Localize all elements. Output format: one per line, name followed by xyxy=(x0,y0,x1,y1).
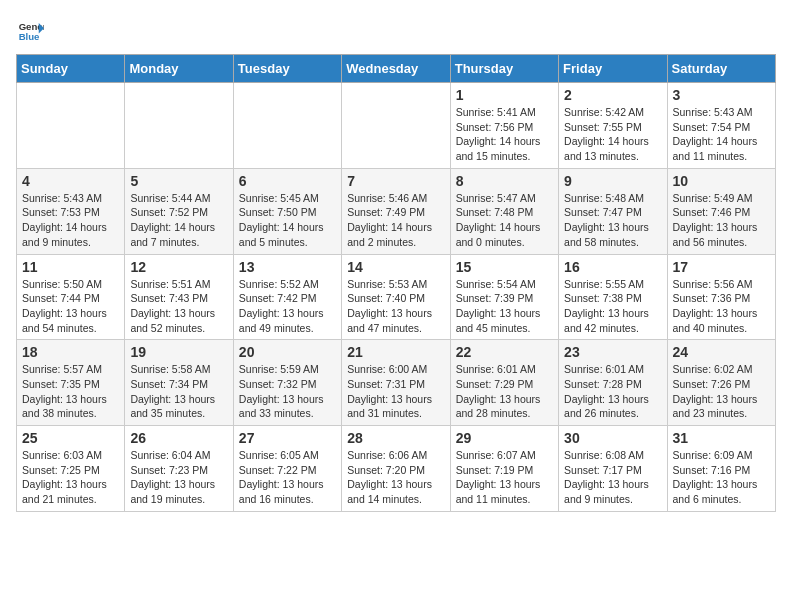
day-number: 17 xyxy=(673,259,770,275)
calendar-cell xyxy=(17,83,125,169)
day-number: 6 xyxy=(239,173,336,189)
day-header-sunday: Sunday xyxy=(17,55,125,83)
calendar-cell: 25Sunrise: 6:03 AMSunset: 7:25 PMDayligh… xyxy=(17,426,125,512)
day-number: 9 xyxy=(564,173,661,189)
calendar-week-3: 11Sunrise: 5:50 AMSunset: 7:44 PMDayligh… xyxy=(17,254,776,340)
calendar-cell: 6Sunrise: 5:45 AMSunset: 7:50 PMDaylight… xyxy=(233,168,341,254)
calendar-cell: 28Sunrise: 6:06 AMSunset: 7:20 PMDayligh… xyxy=(342,426,450,512)
day-header-friday: Friday xyxy=(559,55,667,83)
calendar-body: 1Sunrise: 5:41 AMSunset: 7:56 PMDaylight… xyxy=(17,83,776,512)
day-info: Sunrise: 6:08 AMSunset: 7:17 PMDaylight:… xyxy=(564,448,661,507)
day-header-saturday: Saturday xyxy=(667,55,775,83)
day-info: Sunrise: 6:06 AMSunset: 7:20 PMDaylight:… xyxy=(347,448,444,507)
day-info: Sunrise: 5:43 AMSunset: 7:53 PMDaylight:… xyxy=(22,191,119,250)
calendar-cell: 30Sunrise: 6:08 AMSunset: 7:17 PMDayligh… xyxy=(559,426,667,512)
day-number: 20 xyxy=(239,344,336,360)
day-number: 4 xyxy=(22,173,119,189)
day-info: Sunrise: 5:59 AMSunset: 7:32 PMDaylight:… xyxy=(239,362,336,421)
calendar-cell xyxy=(233,83,341,169)
day-header-monday: Monday xyxy=(125,55,233,83)
day-info: Sunrise: 5:56 AMSunset: 7:36 PMDaylight:… xyxy=(673,277,770,336)
day-info: Sunrise: 5:55 AMSunset: 7:38 PMDaylight:… xyxy=(564,277,661,336)
day-info: Sunrise: 5:47 AMSunset: 7:48 PMDaylight:… xyxy=(456,191,553,250)
day-header-thursday: Thursday xyxy=(450,55,558,83)
day-info: Sunrise: 6:01 AMSunset: 7:28 PMDaylight:… xyxy=(564,362,661,421)
day-number: 15 xyxy=(456,259,553,275)
calendar-cell: 21Sunrise: 6:00 AMSunset: 7:31 PMDayligh… xyxy=(342,340,450,426)
day-number: 26 xyxy=(130,430,227,446)
calendar-cell: 10Sunrise: 5:49 AMSunset: 7:46 PMDayligh… xyxy=(667,168,775,254)
calendar-cell: 24Sunrise: 6:02 AMSunset: 7:26 PMDayligh… xyxy=(667,340,775,426)
day-number: 23 xyxy=(564,344,661,360)
day-number: 21 xyxy=(347,344,444,360)
calendar-cell: 26Sunrise: 6:04 AMSunset: 7:23 PMDayligh… xyxy=(125,426,233,512)
calendar-cell: 11Sunrise: 5:50 AMSunset: 7:44 PMDayligh… xyxy=(17,254,125,340)
day-info: Sunrise: 6:07 AMSunset: 7:19 PMDaylight:… xyxy=(456,448,553,507)
calendar-cell: 20Sunrise: 5:59 AMSunset: 7:32 PMDayligh… xyxy=(233,340,341,426)
logo-icon: General Blue xyxy=(16,16,44,44)
logo: General Blue xyxy=(16,16,48,44)
day-info: Sunrise: 5:48 AMSunset: 7:47 PMDaylight:… xyxy=(564,191,661,250)
day-number: 30 xyxy=(564,430,661,446)
calendar-header-row: SundayMondayTuesdayWednesdayThursdayFrid… xyxy=(17,55,776,83)
calendar-cell: 22Sunrise: 6:01 AMSunset: 7:29 PMDayligh… xyxy=(450,340,558,426)
day-info: Sunrise: 5:57 AMSunset: 7:35 PMDaylight:… xyxy=(22,362,119,421)
day-info: Sunrise: 6:04 AMSunset: 7:23 PMDaylight:… xyxy=(130,448,227,507)
day-header-wednesday: Wednesday xyxy=(342,55,450,83)
calendar-cell: 4Sunrise: 5:43 AMSunset: 7:53 PMDaylight… xyxy=(17,168,125,254)
day-info: Sunrise: 6:00 AMSunset: 7:31 PMDaylight:… xyxy=(347,362,444,421)
day-info: Sunrise: 5:50 AMSunset: 7:44 PMDaylight:… xyxy=(22,277,119,336)
calendar-cell: 5Sunrise: 5:44 AMSunset: 7:52 PMDaylight… xyxy=(125,168,233,254)
calendar-cell xyxy=(342,83,450,169)
calendar-table: SundayMondayTuesdayWednesdayThursdayFrid… xyxy=(16,54,776,512)
day-number: 5 xyxy=(130,173,227,189)
day-info: Sunrise: 6:02 AMSunset: 7:26 PMDaylight:… xyxy=(673,362,770,421)
day-number: 13 xyxy=(239,259,336,275)
day-number: 28 xyxy=(347,430,444,446)
day-number: 24 xyxy=(673,344,770,360)
calendar-cell: 8Sunrise: 5:47 AMSunset: 7:48 PMDaylight… xyxy=(450,168,558,254)
day-number: 8 xyxy=(456,173,553,189)
calendar-cell: 27Sunrise: 6:05 AMSunset: 7:22 PMDayligh… xyxy=(233,426,341,512)
day-number: 16 xyxy=(564,259,661,275)
day-number: 31 xyxy=(673,430,770,446)
calendar-cell: 16Sunrise: 5:55 AMSunset: 7:38 PMDayligh… xyxy=(559,254,667,340)
calendar-cell: 12Sunrise: 5:51 AMSunset: 7:43 PMDayligh… xyxy=(125,254,233,340)
calendar-cell: 23Sunrise: 6:01 AMSunset: 7:28 PMDayligh… xyxy=(559,340,667,426)
day-info: Sunrise: 5:41 AMSunset: 7:56 PMDaylight:… xyxy=(456,105,553,164)
day-number: 18 xyxy=(22,344,119,360)
day-number: 7 xyxy=(347,173,444,189)
calendar-cell: 2Sunrise: 5:42 AMSunset: 7:55 PMDaylight… xyxy=(559,83,667,169)
day-number: 29 xyxy=(456,430,553,446)
day-number: 11 xyxy=(22,259,119,275)
calendar-cell: 29Sunrise: 6:07 AMSunset: 7:19 PMDayligh… xyxy=(450,426,558,512)
day-info: Sunrise: 5:42 AMSunset: 7:55 PMDaylight:… xyxy=(564,105,661,164)
day-info: Sunrise: 5:46 AMSunset: 7:49 PMDaylight:… xyxy=(347,191,444,250)
calendar-cell: 18Sunrise: 5:57 AMSunset: 7:35 PMDayligh… xyxy=(17,340,125,426)
day-info: Sunrise: 5:53 AMSunset: 7:40 PMDaylight:… xyxy=(347,277,444,336)
day-info: Sunrise: 5:54 AMSunset: 7:39 PMDaylight:… xyxy=(456,277,553,336)
svg-text:Blue: Blue xyxy=(19,31,40,42)
calendar-cell xyxy=(125,83,233,169)
day-number: 25 xyxy=(22,430,119,446)
day-info: Sunrise: 6:03 AMSunset: 7:25 PMDaylight:… xyxy=(22,448,119,507)
calendar-cell: 14Sunrise: 5:53 AMSunset: 7:40 PMDayligh… xyxy=(342,254,450,340)
calendar-cell: 7Sunrise: 5:46 AMSunset: 7:49 PMDaylight… xyxy=(342,168,450,254)
calendar-cell: 19Sunrise: 5:58 AMSunset: 7:34 PMDayligh… xyxy=(125,340,233,426)
calendar-cell: 13Sunrise: 5:52 AMSunset: 7:42 PMDayligh… xyxy=(233,254,341,340)
calendar-week-1: 1Sunrise: 5:41 AMSunset: 7:56 PMDaylight… xyxy=(17,83,776,169)
calendar-week-5: 25Sunrise: 6:03 AMSunset: 7:25 PMDayligh… xyxy=(17,426,776,512)
day-number: 2 xyxy=(564,87,661,103)
day-number: 3 xyxy=(673,87,770,103)
calendar-cell: 3Sunrise: 5:43 AMSunset: 7:54 PMDaylight… xyxy=(667,83,775,169)
day-number: 19 xyxy=(130,344,227,360)
day-info: Sunrise: 6:09 AMSunset: 7:16 PMDaylight:… xyxy=(673,448,770,507)
day-info: Sunrise: 5:52 AMSunset: 7:42 PMDaylight:… xyxy=(239,277,336,336)
day-info: Sunrise: 5:51 AMSunset: 7:43 PMDaylight:… xyxy=(130,277,227,336)
day-info: Sunrise: 5:44 AMSunset: 7:52 PMDaylight:… xyxy=(130,191,227,250)
day-number: 14 xyxy=(347,259,444,275)
calendar-cell: 9Sunrise: 5:48 AMSunset: 7:47 PMDaylight… xyxy=(559,168,667,254)
day-info: Sunrise: 5:49 AMSunset: 7:46 PMDaylight:… xyxy=(673,191,770,250)
day-info: Sunrise: 6:01 AMSunset: 7:29 PMDaylight:… xyxy=(456,362,553,421)
day-info: Sunrise: 5:45 AMSunset: 7:50 PMDaylight:… xyxy=(239,191,336,250)
